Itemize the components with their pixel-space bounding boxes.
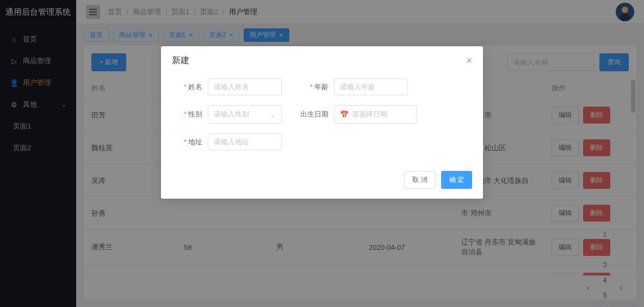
dialog-title: 新建 — [172, 55, 189, 66]
input-address[interactable] — [208, 133, 282, 150]
cancel-button[interactable]: 取 消 — [404, 171, 435, 189]
label-name: *姓名 — [172, 82, 202, 92]
input-birthdate[interactable]: 📅请选择日期 — [334, 105, 417, 124]
input-age[interactable] — [334, 78, 408, 95]
dialog-close-button[interactable]: × — [466, 55, 472, 66]
calendar-icon: 📅 — [340, 110, 349, 119]
ok-button[interactable]: 确 定 — [441, 171, 472, 189]
select-gender[interactable]: 请输入性别⌄ — [208, 105, 282, 124]
dialog-create: 新建 × *姓名 *年龄 *性别 请输入性别⌄ 出生日期 — [161, 46, 483, 199]
label-age: *年龄 — [298, 82, 329, 92]
label-birth: 出生日期 — [298, 109, 329, 119]
label-gender: *性别 — [172, 109, 202, 119]
dialog-mask[interactable]: 新建 × *姓名 *年龄 *性别 请输入性别⌄ 出生日期 — [0, 0, 644, 307]
label-address: *地址 — [172, 137, 202, 147]
input-name[interactable] — [208, 78, 282, 95]
chevron-down-icon: ⌄ — [270, 110, 276, 119]
watermark: CSDN @kirinlau — [591, 302, 639, 307]
